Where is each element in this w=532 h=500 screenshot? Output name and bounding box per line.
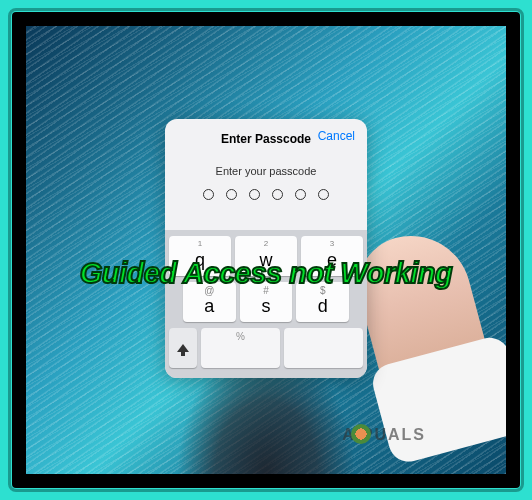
screen-area: Enter Passcode Cancel Enter your passcod… xyxy=(12,12,520,488)
caption-overlay: Guided Access not Working xyxy=(12,257,520,290)
passcode-dialog: Enter Passcode Cancel Enter your passcod… xyxy=(165,119,367,378)
passcode-input[interactable] xyxy=(165,189,367,230)
passcode-dot xyxy=(272,189,283,200)
watermark-icon xyxy=(351,424,371,444)
shift-icon xyxy=(177,344,189,352)
dialog-title: Enter Passcode xyxy=(221,132,311,146)
passcode-dot xyxy=(295,189,306,200)
key-partial-2[interactable] xyxy=(284,328,363,368)
watermark: A PUALS xyxy=(342,426,426,444)
passcode-dot xyxy=(226,189,237,200)
dialog-prompt: Enter your passcode xyxy=(165,155,367,189)
reflection-finger xyxy=(347,222,495,405)
cancel-button[interactable]: Cancel xyxy=(318,129,355,143)
keyboard: 1 q 2 w 3 e @ xyxy=(165,230,367,378)
device-frame: Enter Passcode Cancel Enter your passcod… xyxy=(0,0,532,500)
keyboard-row-3: % xyxy=(169,328,363,368)
dialog-header: Enter Passcode Cancel xyxy=(165,119,367,155)
passcode-dot xyxy=(203,189,214,200)
shift-key[interactable] xyxy=(169,328,197,368)
passcode-dot xyxy=(249,189,260,200)
wallpaper: Enter Passcode Cancel Enter your passcod… xyxy=(26,26,506,474)
key-partial-1[interactable]: % xyxy=(201,328,280,368)
passcode-dot xyxy=(318,189,329,200)
